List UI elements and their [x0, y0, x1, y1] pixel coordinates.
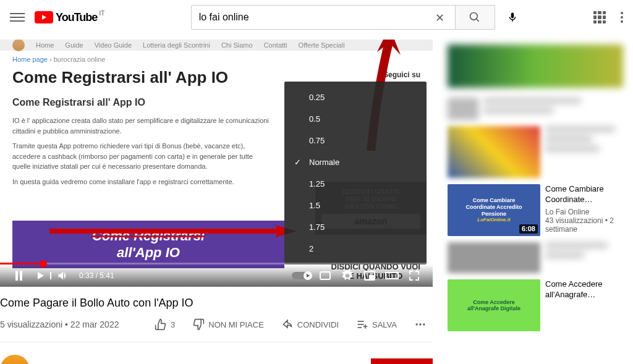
speed-option[interactable]: 0.75 — [284, 130, 427, 151]
thumbs-up-icon — [155, 318, 167, 331]
logo-text: YouTube — [56, 11, 97, 24]
player-controls: 0:33 / 5:41 — [0, 265, 433, 287]
video-thumbnail — [448, 242, 540, 273]
more-horizontal-icon — [414, 318, 427, 331]
fullscreen-button[interactable] — [403, 265, 425, 287]
video-thumbnail: Come Cambiare Coordinate Accredito Pensi… — [448, 184, 540, 236]
search-button[interactable] — [456, 5, 495, 30]
sidebar-video-title: Come Accedere all'Anagrafe Nazionale Dig… — [545, 279, 623, 300]
fullscreen-icon — [408, 269, 420, 282]
miniplayer-button[interactable] — [359, 265, 381, 287]
volume-icon — [57, 269, 69, 282]
dislike-button[interactable]: NON MI PIACE — [186, 315, 270, 334]
svg-point-15 — [419, 323, 421, 325]
video-player[interactable]: Home Guide Video Guide Lotteria degli Sc… — [0, 40, 433, 287]
speed-option[interactable]: 1.25 — [284, 173, 427, 195]
speed-option[interactable]: 0.5 — [284, 108, 427, 130]
apps-button[interactable] — [593, 11, 606, 23]
video-duration: 6:08 — [519, 224, 538, 234]
playlist-add-icon — [356, 318, 368, 331]
time-display: 0:33 / 5:41 — [79, 271, 114, 280]
share-button[interactable]: CONDIVIDI — [275, 315, 345, 334]
sidebar-ad[interactable] — [448, 44, 623, 88]
more-options-button[interactable] — [621, 12, 623, 23]
svg-point-14 — [416, 323, 418, 325]
captions-button[interactable] — [314, 265, 336, 287]
search-input[interactable] — [199, 12, 435, 23]
search-box[interactable]: ✕ — [191, 5, 456, 30]
sidebar-video[interactable] — [448, 126, 623, 178]
theater-icon — [384, 269, 399, 282]
miniplayer-icon — [363, 269, 376, 282]
speed-option[interactable]: 1.5 — [284, 195, 427, 216]
more-actions-button[interactable] — [408, 315, 433, 334]
sidebar-video-title: Come Cambiare Coordinate Pagamento Pensi… — [545, 184, 623, 205]
video-thumbnail — [448, 126, 540, 178]
channel-avatar[interactable] — [0, 355, 30, 364]
share-icon — [281, 318, 294, 331]
gear-icon — [341, 269, 354, 282]
sidebar-video[interactable]: Come Cambiare Coordinate Accredito Pensi… — [448, 184, 623, 236]
video-info: Come Pagare il Bollo Auto con l'App IO 5… — [0, 287, 433, 347]
next-button[interactable] — [30, 265, 52, 287]
voice-search-button[interactable] — [500, 5, 525, 30]
sidebar-video-meta: 43 visualizzazioni • 2 settimane — [545, 216, 623, 234]
arrow-right-annotation — [49, 225, 297, 237]
sidebar: Come Cambiare Coordinate Accredito Pensi… — [448, 40, 623, 364]
captions-icon — [319, 269, 331, 282]
youtube-play-icon — [35, 11, 53, 23]
svg-rect-8 — [386, 273, 398, 279]
pause-button[interactable] — [7, 265, 30, 287]
speed-option[interactable]: 2 — [284, 238, 427, 260]
search-icon — [469, 11, 481, 23]
playback-speed-menu: 0.25 0.5 0.75 Normale 1.25 1.5 1.75 2 — [284, 82, 427, 265]
volume-button[interactable] — [52, 265, 74, 287]
theater-button[interactable] — [381, 265, 403, 287]
microphone-icon — [507, 12, 518, 23]
settings-button[interactable] — [336, 265, 359, 287]
video-meta: 5 visualizzazioni • 22 mar 2022 — [0, 320, 119, 329]
svg-rect-7 — [370, 276, 374, 279]
menu-button[interactable] — [10, 10, 25, 25]
video-thumbnail: Come Accedere all'Anagrafe Digitale — [448, 279, 540, 331]
svg-rect-5 — [320, 272, 330, 279]
sidebar-item[interactable] — [448, 98, 623, 120]
channel-row: Lo Fai Online ISCRIVITI — [0, 347, 433, 364]
header: YouTube IT ✕ — [0, 0, 633, 35]
svg-point-16 — [423, 323, 425, 325]
subscribe-button[interactable]: ISCRIVITI — [371, 358, 433, 364]
sidebar-video[interactable]: Come Accedere all'Anagrafe Digitale Come… — [448, 279, 623, 331]
article-paragraph: IO è l' applicazione creata dallo stato … — [0, 113, 284, 138]
clear-search-button[interactable]: ✕ — [435, 11, 448, 23]
autoplay-toggle[interactable] — [292, 265, 314, 287]
article-paragraph: Tramite questa App potremo richiedere va… — [0, 138, 284, 174]
article-paragraph: In questa guida vedremo come installare … — [0, 174, 284, 190]
speed-option[interactable]: 0.25 — [284, 87, 427, 108]
speed-option-selected[interactable]: Normale — [284, 151, 427, 173]
site-logo-icon — [12, 40, 25, 51]
sidebar-video-channel: Lo Fai Online — [545, 208, 623, 216]
thumbs-down-icon — [192, 318, 205, 331]
sidebar-video[interactable] — [448, 242, 623, 273]
video-title: Come Pagare il Bollo Auto con l'App IO — [0, 297, 433, 310]
svg-line-1 — [477, 19, 479, 22]
youtube-logo[interactable]: YouTube IT — [35, 11, 97, 24]
region-code: IT — [99, 10, 104, 17]
speed-option[interactable]: 1.75 — [284, 216, 427, 238]
svg-point-0 — [470, 13, 478, 20]
like-button[interactable]: 3 — [148, 315, 181, 334]
autoplay-icon — [292, 271, 314, 281]
save-button[interactable]: SALVA — [350, 315, 403, 334]
